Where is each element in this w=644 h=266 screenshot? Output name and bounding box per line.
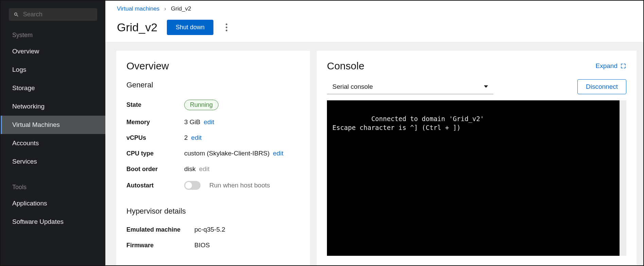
console-terminal[interactable]: Connected to domain 'Grid_v2' Escape cha… <box>327 100 626 256</box>
main: Virtual machines › Grid_v2 Grid_v2 Shut … <box>105 1 643 265</box>
sidebar-item-networking[interactable]: Networking <box>1 97 105 116</box>
expand-button[interactable]: Expand <box>596 62 626 70</box>
console-type-select[interactable]: Serial console <box>327 80 493 94</box>
page-title: Grid_v2 <box>117 21 157 34</box>
sidebar-item-storage[interactable]: Storage <box>1 79 105 97</box>
vcpus-edit-link[interactable]: edit <box>191 134 202 142</box>
autostart-label: Autostart <box>126 182 184 189</box>
sidebar-item-applications[interactable]: Applications <box>1 194 105 213</box>
terminal-scrollbar[interactable] <box>620 100 626 256</box>
breadcrumb-parent[interactable]: Virtual machines <box>117 5 159 12</box>
console-title: Console <box>327 60 364 72</box>
expand-label: Expand <box>596 62 617 70</box>
firmware-value: BIOS <box>194 242 210 249</box>
state-label: State <box>126 101 184 109</box>
console-card: Console Expand Serial console Disconnect… <box>317 51 637 265</box>
header: Virtual machines › Grid_v2 Grid_v2 Shut … <box>105 1 643 42</box>
expand-icon <box>620 63 626 69</box>
autostart-toggle[interactable] <box>184 181 201 190</box>
overview-title: Overview <box>126 60 300 72</box>
sidebar: System Overview Logs Storage Networking … <box>1 1 105 265</box>
emulated-machine-value: pc-q35-5.2 <box>194 226 225 233</box>
breadcrumb-current: Grid_v2 <box>171 5 191 12</box>
autostart-desc: Run when host boots <box>209 182 270 189</box>
memory-edit-link[interactable]: edit <box>204 118 214 126</box>
nav-group-tools: Tools <box>1 178 105 194</box>
hypervisor-section-title: Hypervisor details <box>126 207 300 216</box>
cpu-type-label: CPU type <box>126 150 184 157</box>
console-type-value: Serial console <box>332 83 373 90</box>
breadcrumb: Virtual machines › Grid_v2 <box>117 5 632 12</box>
state-badge: Running <box>184 100 219 110</box>
boot-order-edit-link: edit <box>199 165 210 173</box>
boot-order-label: Boot order <box>126 166 184 173</box>
shutdown-button[interactable]: Shut down <box>167 20 213 35</box>
search-icon <box>14 12 19 18</box>
sidebar-item-overview[interactable]: Overview <box>1 42 105 61</box>
sidebar-item-logs[interactable]: Logs <box>1 61 105 79</box>
boot-order-value: disk <box>184 165 196 173</box>
search-input[interactable] <box>23 11 92 18</box>
sidebar-item-accounts[interactable]: Accounts <box>1 134 105 152</box>
firmware-label: Firmware <box>126 242 194 249</box>
emulated-machine-label: Emulated machine <box>126 226 194 233</box>
sidebar-item-software-updates[interactable]: Software Updates <box>1 213 105 231</box>
kebab-menu-icon[interactable] <box>223 22 230 33</box>
memory-value: 3 GiB <box>184 118 201 126</box>
cpu-type-edit-link[interactable]: edit <box>273 150 283 157</box>
console-output: Connected to domain 'Grid_v2' Escape cha… <box>332 115 484 132</box>
general-section-title: General <box>126 81 300 89</box>
memory-label: Memory <box>126 119 184 126</box>
chevron-right-icon: › <box>164 5 166 12</box>
sidebar-item-services[interactable]: Services <box>1 152 105 171</box>
overview-card: Overview General State Running Memory 3 … <box>116 51 310 265</box>
sidebar-item-virtual-machines[interactable]: Virtual Machines <box>1 116 105 134</box>
vcpus-value: 2 <box>184 134 188 142</box>
chevron-down-icon <box>484 85 488 88</box>
search-box[interactable] <box>9 8 97 21</box>
vcpus-label: vCPUs <box>126 134 184 142</box>
terminal-resize-handle[interactable] <box>620 249 626 256</box>
cpu-type-value: custom (Skylake-Client-IBRS) <box>184 150 269 157</box>
nav-group-system: System <box>1 26 105 42</box>
disconnect-button[interactable]: Disconnect <box>577 79 626 94</box>
